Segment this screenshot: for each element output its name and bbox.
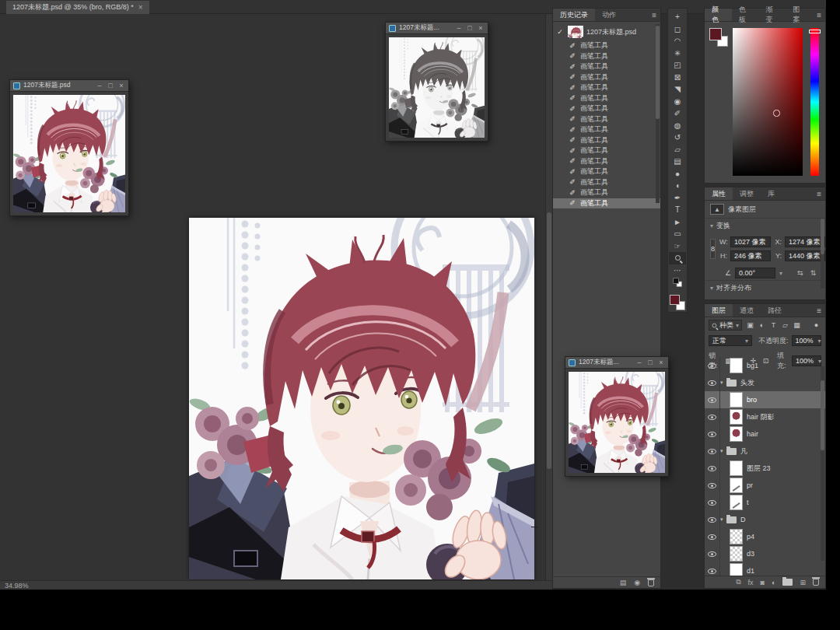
foreground-color-swatch[interactable]	[670, 295, 680, 305]
eye-icon[interactable]	[708, 483, 716, 488]
expand-arrow-icon[interactable]: ▾	[720, 448, 726, 454]
eye-icon[interactable]	[708, 415, 716, 420]
filter-kind-dropdown[interactable]: 种类 ▾	[709, 320, 742, 331]
filter-icon-3[interactable]: ▱	[780, 321, 790, 329]
hand-tool[interactable]: ☞	[669, 240, 686, 253]
minimize-button[interactable]: –	[455, 24, 463, 32]
close-button[interactable]: ×	[117, 82, 125, 89]
x-field[interactable]: 1274 像素	[785, 236, 825, 247]
zoom-percentage[interactable]: 34.98%	[5, 582, 29, 590]
delete-state-icon[interactable]	[648, 579, 654, 586]
filter-icon-0[interactable]: ▣	[745, 321, 755, 329]
history-entry[interactable]: ✐画笔工具	[553, 51, 660, 62]
eye-icon[interactable]	[708, 363, 716, 369]
hue-slider[interactable]	[810, 28, 819, 176]
visibility-cell[interactable]	[705, 391, 720, 408]
layer-row[interactable]: pr	[705, 477, 825, 494]
saturation-brightness-field[interactable]	[733, 28, 803, 176]
blend-mode-dropdown[interactable]: 正常 ▾	[709, 335, 752, 346]
gradient-tool[interactable]: ▤	[669, 156, 686, 168]
visibility-cell[interactable]	[705, 374, 720, 391]
history-entry[interactable]: ✐画笔工具	[553, 187, 660, 198]
eyedropper-tool[interactable]: ◥	[669, 83, 686, 96]
quick-selection-tool[interactable]: ✳	[669, 47, 686, 60]
filter-icon-4[interactable]: ▦	[792, 321, 802, 329]
delete-layer-icon[interactable]	[813, 579, 819, 586]
hue-slider-marker[interactable]	[809, 30, 821, 33]
history-entry[interactable]: ✐画笔工具	[553, 135, 660, 146]
history-brush-tool[interactable]: ↺	[669, 131, 686, 144]
foreground-background-swatches[interactable]	[670, 295, 685, 310]
link-layers-icon[interactable]: ⧉	[736, 578, 740, 586]
visibility-cell[interactable]	[705, 408, 720, 425]
history-source-icon[interactable]: ✓	[555, 28, 565, 36]
height-field[interactable]: 246 像素	[730, 250, 771, 261]
layer-style-fx-icon[interactable]: fx	[748, 579, 754, 586]
history-snapshot-row[interactable]: ✓ 1207未标题.psd	[553, 23, 660, 40]
mini-default-swatches[interactable]	[674, 278, 682, 287]
eye-icon[interactable]	[708, 397, 716, 403]
zoom-tool[interactable]	[669, 252, 686, 264]
add-layer-mask-icon[interactable]: ◙	[761, 579, 765, 586]
layer-row[interactable]: t	[705, 494, 825, 511]
visibility-cell[interactable]	[705, 528, 720, 545]
floating-window-top[interactable]: 1207未标题... – □ ×	[385, 22, 488, 142]
layer-row[interactable]: ▾头发	[705, 374, 825, 391]
new-adjustment-layer-icon[interactable]: ◐	[772, 579, 775, 586]
window-title-bar[interactable]: 1207未标题.psd – □ ×	[10, 80, 128, 92]
brush-tool[interactable]: ✐	[669, 107, 686, 120]
blur-tool[interactable]: ●	[669, 168, 686, 180]
tab-libraries[interactable]: 库	[761, 187, 782, 200]
new-layer-icon[interactable]: ⊞	[800, 579, 806, 586]
maximize-button[interactable]: □	[646, 359, 654, 366]
visibility-cell[interactable]	[705, 494, 720, 511]
layer-row[interactable]: d1	[705, 562, 825, 576]
layer-row[interactable]: ▾凡	[705, 443, 825, 460]
layer-row[interactable]: ▾D	[705, 511, 825, 528]
maximize-button[interactable]: □	[107, 82, 114, 89]
eye-icon[interactable]	[708, 500, 716, 506]
properties-scrollbar[interactable]	[821, 219, 824, 289]
dodge-tool[interactable]: ◖	[669, 180, 686, 192]
eye-icon[interactable]	[708, 534, 716, 540]
main-canvas-artwork[interactable]	[189, 218, 534, 579]
eye-icon[interactable]	[708, 551, 716, 557]
visibility-cell[interactable]	[705, 357, 720, 374]
eye-icon[interactable]	[708, 449, 716, 454]
flip-vertical-icon[interactable]: ⇅	[810, 269, 817, 277]
shape-tool[interactable]: ▭	[669, 228, 686, 240]
window-title-bar[interactable]: 1207未标题... – □ ×	[565, 357, 668, 369]
type-tool[interactable]: T	[669, 204, 686, 216]
width-field[interactable]: 1027 像素	[730, 236, 771, 247]
filter-toggle-icon[interactable]: ●	[811, 321, 821, 329]
history-entry[interactable]: ✐画笔工具	[553, 166, 660, 177]
angle-field[interactable]: 0.00°	[735, 268, 775, 278]
new-document-from-state-icon[interactable]: ▤	[620, 579, 627, 586]
layer-row[interactable]: p4	[705, 528, 825, 545]
history-entry[interactable]: ✐画笔工具	[553, 156, 660, 167]
visibility-cell[interactable]	[705, 443, 720, 460]
new-snapshot-icon[interactable]: ◉	[634, 579, 640, 586]
chevron-down-icon[interactable]: ▾	[779, 270, 782, 277]
path-selection-tool[interactable]: ►	[669, 216, 686, 229]
visibility-cell[interactable]	[705, 460, 720, 477]
flip-horizontal-icon[interactable]: ⇆	[797, 269, 803, 277]
layer-row[interactable]: hair	[705, 425, 825, 443]
crop-tool[interactable]: ◰	[669, 59, 686, 72]
tab-patterns[interactable]: 图案	[786, 9, 813, 21]
filter-icon-1[interactable]: ◐	[757, 321, 767, 329]
tab-actions[interactable]: 动作	[595, 9, 623, 21]
tab-color[interactable]: 颜色	[705, 9, 732, 21]
expand-arrow-icon[interactable]: ▾	[720, 380, 726, 386]
visibility-cell[interactable]	[705, 562, 720, 576]
history-entry[interactable]: ✐画笔工具	[553, 124, 660, 135]
panel-menu-icon[interactable]: ≡	[813, 9, 825, 21]
document-tab[interactable]: 1207未标题.psd @ 35% (bro, RGB/8) * ×	[6, 1, 149, 14]
tab-history[interactable]: 历史记录	[553, 9, 595, 21]
history-scrollbar[interactable]	[656, 24, 660, 203]
floating-window-bottom[interactable]: 1207未标题... – □ ×	[565, 356, 669, 477]
move-tool[interactable]: +	[669, 11, 686, 23]
tab-properties[interactable]: 属性	[705, 187, 733, 200]
history-entry[interactable]: ✐画笔工具	[553, 82, 660, 93]
layers-scrollbar[interactable]	[821, 366, 824, 561]
